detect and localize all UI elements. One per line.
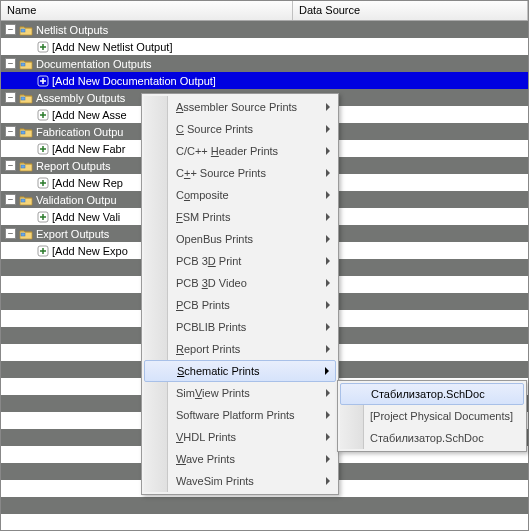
add-icon	[37, 211, 49, 223]
menu-label: WaveSim Prints	[176, 475, 254, 487]
submenu-arrow-icon	[326, 235, 330, 243]
add-icon	[37, 245, 49, 257]
folder-icon	[19, 92, 33, 104]
submenu-arrow-icon	[326, 213, 330, 221]
add-icon	[37, 41, 49, 53]
collapse-icon[interactable]	[5, 58, 16, 69]
submenu-arrow-icon	[326, 169, 330, 177]
column-header: Name Data Source	[1, 1, 528, 21]
menu-item[interactable]: Wave Prints	[144, 448, 336, 470]
add-icon	[37, 143, 49, 155]
add-icon	[37, 177, 49, 189]
submenu-arrow-icon	[326, 125, 330, 133]
group-label: Validation Outpu	[36, 194, 117, 206]
header-source[interactable]: Data Source	[293, 1, 528, 20]
add-label: [Add New Vali	[52, 211, 120, 223]
collapse-icon[interactable]	[5, 126, 16, 137]
menu-item[interactable]: FSM Prints	[144, 206, 336, 228]
submenu-label: Стабилизатор.SchDoc	[370, 432, 484, 444]
submenu-arrow-icon	[325, 367, 329, 375]
group-row[interactable]: Netlist Outputs	[1, 21, 528, 38]
group-label: Netlist Outputs	[36, 24, 108, 36]
submenu-arrow-icon	[326, 389, 330, 397]
menu-item[interactable]: PCB 3D Print	[144, 250, 336, 272]
folder-icon	[19, 160, 33, 172]
menu-label: C++ Source Prints	[176, 167, 266, 179]
group-label: Fabrication Outpu	[36, 126, 123, 138]
submenu-arrow-icon	[326, 257, 330, 265]
menu-item[interactable]: Assembler Source Prints	[144, 96, 336, 118]
folder-icon	[19, 194, 33, 206]
context-submenu: Стабилизатор.SchDoc[Project Physical Doc…	[337, 380, 527, 452]
add-label: [Add New Expo	[52, 245, 128, 257]
add-output-row[interactable]: [Add New Documentation Output]	[1, 72, 528, 89]
menu-label: OpenBus Prints	[176, 233, 253, 245]
svg-rect-6	[21, 131, 25, 134]
collapse-icon[interactable]	[5, 228, 16, 239]
submenu-arrow-icon	[326, 345, 330, 353]
group-row[interactable]: Documentation Outputs	[1, 55, 528, 72]
submenu-arrow-icon	[326, 477, 330, 485]
menu-label: C/C++ Header Prints	[176, 145, 278, 157]
menu-item[interactable]: PCB 3D Video	[144, 272, 336, 294]
menu-label: PCB 3D Print	[176, 255, 241, 267]
submenu-item[interactable]: Стабилизатор.SchDoc	[340, 383, 524, 405]
menu-item[interactable]: Composite	[144, 184, 336, 206]
menu-item[interactable]: PCBLIB Prints	[144, 316, 336, 338]
menu-item[interactable]: C/C++ Header Prints	[144, 140, 336, 162]
submenu-item[interactable]: [Project Physical Documents]	[340, 405, 524, 427]
menu-label: PCBLIB Prints	[176, 321, 246, 333]
menu-label: Wave Prints	[176, 453, 235, 465]
menu-item[interactable]: OpenBus Prints	[144, 228, 336, 250]
submenu-arrow-icon	[326, 301, 330, 309]
menu-item[interactable]: Report Prints	[144, 338, 336, 360]
add-icon	[37, 75, 49, 87]
menu-item[interactable]: WaveSim Prints	[144, 470, 336, 492]
collapse-icon[interactable]	[5, 194, 16, 205]
svg-rect-12	[21, 233, 25, 236]
menu-item[interactable]: C++ Source Prints	[144, 162, 336, 184]
menu-label: VHDL Prints	[176, 431, 236, 443]
submenu-arrow-icon	[326, 103, 330, 111]
submenu-arrow-icon	[326, 191, 330, 199]
submenu-arrow-icon	[326, 433, 330, 441]
add-label: [Add New Documentation Output]	[52, 75, 216, 87]
submenu-arrow-icon	[326, 147, 330, 155]
menu-item[interactable]: Software Platform Prints	[144, 404, 336, 426]
add-label: [Add New Netlist Output]	[52, 41, 172, 53]
submenu-arrow-icon	[326, 455, 330, 463]
menu-label: FSM Prints	[176, 211, 230, 223]
collapse-icon[interactable]	[5, 24, 16, 35]
add-label: [Add New Rep	[52, 177, 123, 189]
svg-rect-8	[21, 165, 25, 168]
menu-item[interactable]: VHDL Prints	[144, 426, 336, 448]
submenu-label: [Project Physical Documents]	[370, 410, 513, 422]
collapse-icon[interactable]	[5, 160, 16, 171]
svg-rect-10	[21, 199, 25, 202]
menu-label: PCB Prints	[176, 299, 230, 311]
group-label: Export Outputs	[36, 228, 109, 240]
menu-item[interactable]: PCB Prints	[144, 294, 336, 316]
group-label: Assembly Outputs	[36, 92, 125, 104]
svg-rect-2	[21, 63, 25, 66]
svg-rect-4	[21, 97, 25, 100]
menu-label: Software Platform Prints	[176, 409, 295, 421]
menu-label: SimView Prints	[176, 387, 250, 399]
header-name[interactable]: Name	[1, 1, 293, 20]
menu-item[interactable]: C Source Prints	[144, 118, 336, 140]
submenu-label: Стабилизатор.SchDoc	[371, 388, 485, 400]
folder-icon	[19, 126, 33, 138]
add-output-row[interactable]: [Add New Netlist Output]	[1, 38, 528, 55]
menu-item[interactable]: SimView Prints	[144, 382, 336, 404]
submenu-arrow-icon	[326, 411, 330, 419]
collapse-icon[interactable]	[5, 92, 16, 103]
svg-rect-0	[21, 29, 25, 32]
submenu-item[interactable]: Стабилизатор.SchDoc	[340, 427, 524, 449]
group-label: Report Outputs	[36, 160, 111, 172]
menu-item[interactable]: Schematic Prints	[144, 360, 336, 382]
menu-label: Schematic Prints	[177, 365, 260, 377]
menu-label: Assembler Source Prints	[176, 101, 297, 113]
context-menu: Assembler Source PrintsC Source PrintsC/…	[141, 93, 339, 495]
menu-label: C Source Prints	[176, 123, 253, 135]
folder-icon	[19, 24, 33, 36]
